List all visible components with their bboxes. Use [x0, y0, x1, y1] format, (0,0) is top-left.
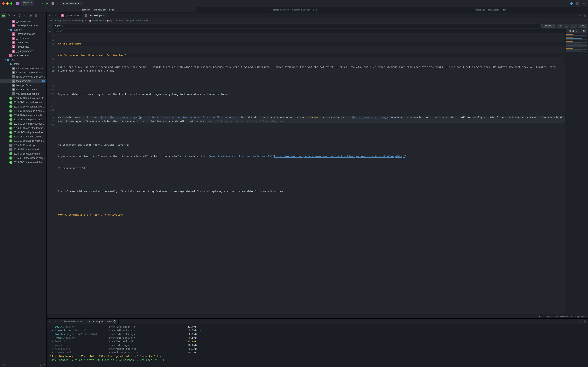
tree-file[interactable]: ●2014-07-10-the-long-walk.ht…	[0, 96, 46, 100]
breadcrumb-item[interactable]: ▪tech-setup.md	[72, 19, 87, 22]
replace-button[interactable]: Replace	[567, 29, 579, 33]
document-tab[interactable]: ▲ _colors.scss	[58, 12, 82, 18]
tree-file[interactable]: ▲_visually-hidden.scss	[0, 23, 46, 28]
minimize-window[interactable]	[6, 2, 8, 5]
tree-file[interactable]: ▲_layout.scss	[0, 45, 46, 49]
project-card[interactable]: berly.kim main	[21, 0, 34, 6]
tree-file[interactable]: ●2014-09-15-one-step-forwar…	[0, 126, 46, 130]
tree-file[interactable]: ●2014-07-16-on-gender-and-…	[0, 105, 46, 109]
run-config-select[interactable]: Build + Serve	[61, 1, 84, 5]
done-button[interactable]: Done	[578, 24, 587, 28]
code-content[interactable]: ## The software ### My code editor: Nova…	[56, 34, 565, 314]
indent-select[interactable]: 2 Spaces ⌄	[575, 315, 586, 318]
breadcrumb-item[interactable]: ▪drafts	[63, 19, 70, 22]
files-icon[interactable]	[1, 13, 6, 18]
filter-input[interactable]	[1, 364, 39, 366]
tree-file[interactable]: ▲_breakpoints.scss	[0, 32, 46, 36]
tree-file[interactable]: ●2014-07-24-the-good-the-b…	[0, 113, 46, 117]
language-select[interactable]: Markdown ⇅	[560, 315, 572, 318]
layout-icon[interactable]: ▥	[582, 12, 588, 18]
breadcrumb-item[interactable]: ▪blog	[55, 19, 61, 22]
tree-file[interactable]: ●2015-07-15-updates.html	[0, 152, 46, 156]
terminal-output[interactable]: → test/index.htmlsrc/test/index.md41.0kB…	[47, 324, 588, 367]
tree-file[interactable]: ●2014-07-16-whats-in-a-nam…	[0, 109, 46, 113]
panels-icon[interactable]	[576, 2, 580, 5]
terminal-tab[interactable]: ▢ kim-berly.kim — zsh	[58, 319, 86, 324]
tree-file[interactable]: ●2015-08-29-the-deed-is-don…	[0, 156, 46, 160]
close-terminal-icon[interactable]: ✕	[47, 319, 52, 324]
case-sensitive-icon[interactable]: Aa	[557, 24, 563, 28]
find-prev-icon[interactable]: ‹	[570, 24, 573, 28]
tree-file[interactable]: ●2014-08-08-the-persistance…	[0, 117, 46, 122]
tree-file[interactable]: ▾whats-in-my-bag.md	[0, 87, 46, 92]
tree-file[interactable]: ▾its-not-a-conspiracy-its-ju…	[0, 70, 46, 75]
tree-file[interactable]: ▲_index.scss	[0, 41, 46, 45]
tree-file[interactable]: ▾tech-setup.mdM	[0, 79, 46, 83]
tree-file[interactable]: ●2014-11-09-all-quiet-on-the-…	[0, 130, 46, 134]
tree-file[interactable]: ▾rating-every-star-trek-ope…	[0, 75, 46, 79]
tree-folder[interactable]: ▾settings	[0, 28, 46, 32]
cursor-position[interactable]: Ln 99, Col 430	[544, 315, 558, 318]
remote-icon[interactable]	[23, 13, 28, 18]
git-icon[interactable]	[17, 13, 22, 18]
html-icon: ●	[9, 139, 12, 142]
document-tab[interactable]: ▾ tech-setup.md	[82, 12, 107, 18]
tree-file[interactable]: ●2014-11-21-the-ups-and-dow…	[0, 134, 46, 139]
code-editor[interactable]: 89 89 95 96 97 98 99 100 101 102 103 104	[47, 34, 588, 314]
window-tab[interactable]: berly.kim — kim-berly.kim — node	[0, 7, 196, 12]
replace-input[interactable]	[53, 29, 566, 33]
file-tree[interactable]: ▲_spacing.scss▲_visually-hidden.scss▾set…	[0, 19, 46, 362]
layout-terminal-icon[interactable]: ▥	[582, 319, 588, 324]
tree-file[interactable]: ▫2015-03-13-transition.njk	[0, 147, 46, 152]
expand-tab-icon[interactable]: ⤢	[52, 12, 58, 18]
disclosure-icon[interactable]: ▾	[4, 59, 7, 61]
file-label: _spacing.scss	[16, 20, 31, 23]
disclosure-icon[interactable]: ▾	[7, 29, 9, 31]
find-mode-select[interactable]: Contains ⇅	[541, 24, 556, 28]
tree-folder[interactable]: ▾drafts	[0, 62, 46, 66]
search-icon[interactable]	[7, 13, 11, 18]
tree-file[interactable]: ▾ten-top-10s.md	[0, 83, 46, 87]
tree-file[interactable]: ▫2015-03-11-work.njk	[0, 143, 46, 147]
tree-file[interactable]: ●2016-09-01-the-referral-that…	[0, 160, 46, 165]
window-tab[interactable]: robat.space — robat.space — zsh	[392, 7, 588, 12]
expand-terminal-icon[interactable]: ⤢	[52, 319, 58, 324]
clips-icon[interactable]	[34, 13, 39, 18]
close-window[interactable]	[2, 2, 5, 5]
build-icon[interactable]	[40, 2, 43, 5]
run-icon[interactable]	[45, 2, 49, 5]
preview-icon[interactable]	[570, 2, 573, 5]
split-terminal-icon[interactable]: ⫼	[576, 319, 582, 324]
stop-icon[interactable]	[51, 2, 54, 5]
tree-file[interactable]: ▲_spacing.scss	[0, 19, 46, 23]
tree-file[interactable]: ●2014-07-12-whats-in-a-nam…	[0, 100, 46, 105]
tree-file[interactable]: ▲stylesheet.scss	[0, 53, 46, 58]
tree-file[interactable]: ●2014-08-25-comin-out-cool…	[0, 122, 46, 126]
tree-file[interactable]: ●2015-03-10-2015-is-when-e…	[0, 139, 46, 143]
tree-folder[interactable]: ▾blog	[0, 58, 46, 62]
tree-file[interactable]: ▲_typography.scss	[0, 49, 46, 53]
sparkle-icon[interactable]	[582, 2, 586, 5]
filter-gear-icon[interactable]: ⚙	[43, 363, 45, 366]
minimap[interactable]	[565, 34, 588, 314]
find-next-icon[interactable]: ›	[573, 24, 577, 28]
tree-file[interactable]: ▾you-could-just-not.md	[0, 92, 46, 96]
tree-file[interactable]: ▾introducing-localisation-to…	[0, 66, 46, 70]
symbols-icon[interactable]: ✳	[12, 13, 17, 18]
issues-icon[interactable]: ⊘	[539, 315, 541, 318]
filter-clock-icon[interactable]: ◷	[40, 363, 42, 366]
breadcrumb-item[interactable]: HMy code editor: Nova (feat. Sublime Tex…	[107, 19, 149, 22]
tree-file[interactable]: ▲_colors.scss	[0, 36, 46, 41]
zoom-window[interactable]	[10, 2, 12, 5]
close-tab-icon[interactable]: ✕	[47, 12, 52, 18]
publish-icon[interactable]	[28, 13, 33, 18]
window-tab[interactable]: x-batbot-mastodon — x-batbot-mastodon — …	[196, 7, 392, 12]
breadcrumb-item[interactable]: HThe software	[89, 19, 104, 22]
split-icon[interactable]: ⫼	[576, 12, 582, 18]
replace-all-button[interactable]: All	[581, 29, 587, 33]
disclosure-icon[interactable]: ▾	[7, 63, 9, 65]
regex-icon[interactable]: ▬	[564, 24, 569, 28]
breadcrumb-item[interactable]: ▪src	[49, 19, 53, 22]
find-input[interactable]	[53, 24, 540, 28]
terminal-tab[interactable]: ▶ kim-berly.kim — node	[86, 319, 119, 324]
